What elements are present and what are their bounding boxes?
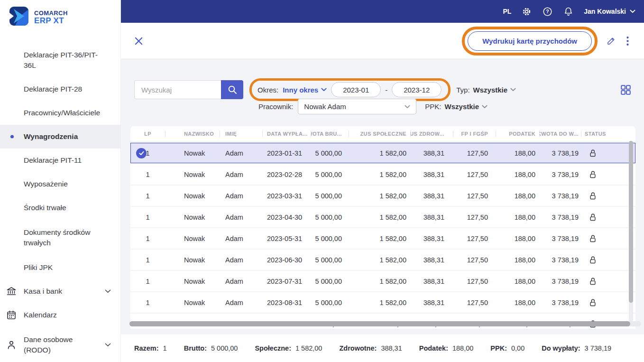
sidebar-item[interactable]: Deklaracje PIT-11 bbox=[0, 149, 120, 172]
gear-icon[interactable] bbox=[521, 6, 532, 17]
table-row[interactable]: 1NowakAdam2023-07-315 000,001 582,00388,… bbox=[130, 271, 635, 291]
bell-icon[interactable] bbox=[563, 6, 574, 17]
lock-open-icon bbox=[589, 192, 596, 200]
column-header[interactable]: FP I FGŚP bbox=[453, 126, 496, 141]
lock-open-icon bbox=[589, 256, 596, 264]
sidebar-item[interactable]: Dokumenty środków trwałych bbox=[0, 220, 120, 256]
sidebar-item[interactable]: Wynagrodzenia bbox=[0, 125, 120, 149]
chevron-down-icon bbox=[510, 88, 516, 92]
column-header[interactable]: KWOTA BRU... bbox=[311, 126, 349, 141]
selected-check-icon[interactable] bbox=[136, 148, 147, 158]
sidebar-item[interactable]: Pliki JPK bbox=[0, 256, 120, 279]
period-dropdown[interactable]: Inny okres bbox=[283, 86, 327, 94]
cell-nazwisko: Nowak bbox=[165, 143, 220, 163]
table-row[interactable]: 1NowakAdam2023-04-305 000,001 582,00388,… bbox=[130, 207, 635, 227]
cell-status bbox=[581, 207, 635, 227]
summary-item: Zdrowotne:388,31 bbox=[339, 344, 402, 352]
lock-open-icon bbox=[589, 170, 596, 179]
column-header[interactable]: IMIĘ bbox=[220, 126, 262, 141]
user-menu[interactable]: Jan Kowalski bbox=[584, 8, 635, 15]
column-header[interactable]: PODATEK bbox=[496, 126, 539, 141]
ppk-dropdown[interactable]: Wszystkie bbox=[445, 102, 488, 111]
table-row[interactable]: 1NowakAdam2023-05-315 000,001 582,00388,… bbox=[130, 228, 635, 249]
type-filter: Typ: Wszystkie bbox=[456, 86, 516, 94]
language-selector[interactable]: PL bbox=[503, 8, 511, 15]
sidebar-item[interactable]: Deklaracje PIT-28 bbox=[0, 77, 120, 101]
sidebar-item[interactable]: Deklaracje PIT-36/PIT-36L bbox=[0, 43, 120, 77]
horizontal-scrollbar[interactable] bbox=[129, 321, 630, 326]
summary-item: Podatek:188,00 bbox=[419, 344, 474, 352]
grid-view-icon[interactable] bbox=[621, 85, 631, 95]
cell-imie: Adam bbox=[220, 207, 262, 227]
date-to-input[interactable] bbox=[392, 82, 442, 97]
column-header[interactable]: STATUS bbox=[581, 126, 635, 141]
vertical-scrollbar-track bbox=[629, 141, 633, 322]
search-input[interactable] bbox=[134, 80, 221, 99]
column-header[interactable]: LP bbox=[130, 126, 165, 141]
sidebar-item[interactable]: Kasa i bank bbox=[0, 279, 120, 303]
summary-item: PPK:0,00 bbox=[490, 344, 524, 352]
summary-label: Razem: bbox=[134, 344, 159, 352]
person-icon bbox=[6, 340, 17, 350]
sidebar-item[interactable]: Wyposażenie bbox=[0, 172, 120, 196]
cell-fp_i_fgsp: 127,50 bbox=[453, 271, 496, 291]
ppk-filter: PPK: Wszystkie bbox=[425, 102, 488, 111]
sidebar-item[interactable]: Środki trwałe bbox=[0, 196, 120, 220]
cell-podatek: 188,00 bbox=[496, 271, 539, 291]
sidebar-item-label: Kalendarz bbox=[24, 310, 57, 320]
sidebar-item[interactable]: Dane osobowe (RODO) bbox=[0, 327, 120, 362]
vertical-scrollbar[interactable] bbox=[629, 141, 633, 303]
table-row[interactable]: 1NowakAdam2023-03-315 000,001 582,00388,… bbox=[130, 186, 635, 206]
cell-kwota_do_wyplaty: 3 738,19 bbox=[539, 186, 581, 206]
pencil-icon[interactable] bbox=[606, 36, 616, 46]
table-row[interactable]: 1NowakAdam2023-08-315 000,001 582,00388,… bbox=[130, 292, 635, 313]
payroll-table: LPNAZWISKOIMIĘDATA WYPŁA...KWOTA BRU...Z… bbox=[130, 126, 635, 329]
cell-podatek: 188,00 bbox=[496, 186, 539, 206]
employee-label: Pracownik: bbox=[258, 102, 293, 111]
sidebar-item[interactable]: Pracownicy/Właściciele bbox=[0, 101, 120, 125]
sidebar-item-label: Dokumenty środków trwałych bbox=[24, 227, 100, 248]
column-header[interactable]: DATA WYPŁA... bbox=[262, 126, 311, 141]
cell-zus_zdrowotne: 388,31 bbox=[410, 228, 453, 249]
cell-kwota_brutto: 5 000,00 bbox=[311, 207, 349, 227]
print-income-card-button[interactable]: Wydrukuj kartę przychodów bbox=[468, 31, 592, 51]
date-from-input[interactable] bbox=[331, 82, 381, 97]
column-header[interactable]: NAZWISKO bbox=[165, 126, 220, 141]
column-header[interactable]: ZUS ZDROW... bbox=[410, 126, 453, 141]
summary-item: Razem:1 bbox=[134, 344, 167, 352]
employee-select[interactable]: Nowak Adam bbox=[298, 99, 416, 114]
cell-kwota_brutto: 5 000,00 bbox=[311, 250, 349, 270]
cell-kwota_brutto: 5 000,00 bbox=[311, 143, 349, 163]
cell-zus_spoleczne: 1 582,00 bbox=[349, 250, 410, 270]
cell-kwota_brutto: 5 000,00 bbox=[311, 164, 349, 185]
column-header[interactable]: KWOTA DO W... bbox=[539, 126, 581, 141]
cell-kwota_brutto: 5 000,00 bbox=[311, 228, 349, 249]
more-options-icon[interactable] bbox=[625, 37, 631, 46]
table-row[interactable]: 1NowakAdam2023-01-315 000,001 582,00388,… bbox=[130, 143, 635, 163]
table-row[interactable]: 1NowakAdam2023-02-285 000,001 582,00388,… bbox=[130, 164, 635, 185]
toolbar: Wydrukuj kartę przychodów bbox=[121, 23, 644, 59]
cell-imie: Adam bbox=[220, 143, 262, 163]
employee-value: Nowak Adam bbox=[304, 102, 346, 111]
brand-logo[interactable]: COMARCH ERP XT bbox=[0, 0, 120, 28]
lock-open-icon bbox=[589, 277, 596, 286]
column-header[interactable]: ZUS SPOŁECZNE bbox=[349, 126, 410, 141]
cell-podatek: 188,00 bbox=[496, 207, 539, 227]
help-icon[interactable]: ? bbox=[542, 6, 553, 17]
close-icon[interactable] bbox=[134, 37, 143, 46]
search-button[interactable] bbox=[221, 80, 243, 99]
cell-nazwisko: Nowak bbox=[165, 250, 220, 270]
period-filter-highlight: Okres: Inny okres - bbox=[249, 78, 451, 101]
cell-data_wyplaty: 2023-04-30 bbox=[262, 207, 311, 227]
lock-open-icon bbox=[589, 149, 596, 158]
sidebar-item[interactable]: Kalendarz bbox=[0, 303, 120, 327]
summary-value: 0,00 bbox=[511, 344, 524, 352]
type-dropdown[interactable]: Wszystkie bbox=[473, 86, 516, 94]
svg-text:?: ? bbox=[546, 9, 549, 14]
table-header-row: LPNAZWISKOIMIĘDATA WYPŁA...KWOTA BRU...Z… bbox=[130, 126, 635, 141]
summary-value: 388,31 bbox=[381, 344, 402, 352]
cell-zus_spoleczne: 1 582,00 bbox=[349, 207, 410, 227]
chevron-down-icon bbox=[482, 105, 488, 109]
table-row[interactable]: 1NowakAdam2023-06-305 000,001 582,00388,… bbox=[130, 250, 635, 270]
cell-nazwisko: Nowak bbox=[165, 228, 220, 249]
